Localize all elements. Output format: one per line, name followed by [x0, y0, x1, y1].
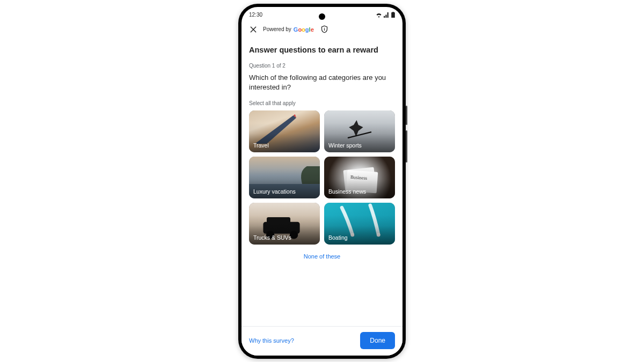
option-card-travel[interactable]: Travel [249, 110, 320, 152]
app-bar: Powered by Google [241, 23, 402, 38]
google-logo: Google [294, 26, 314, 33]
option-label: Travel [253, 142, 269, 149]
status-time: 12:30 [249, 12, 262, 18]
wifi-icon [376, 12, 382, 18]
powered-by-label: Powered by Google [263, 26, 314, 33]
privacy-shield-icon[interactable] [320, 25, 329, 34]
signal-icon [384, 12, 390, 18]
option-label: Luxury vacations [253, 188, 296, 195]
option-label: Business news [328, 188, 366, 195]
phone-screen: 12:30 Powered by Google [241, 7, 402, 356]
option-card-boating[interactable]: Boating [324, 203, 395, 245]
why-this-survey-link[interactable]: Why this survey? [249, 337, 294, 344]
option-card-winter-sports[interactable]: Winter sports [324, 110, 395, 152]
page-title: Answer questions to earn a reward [249, 46, 395, 54]
close-icon[interactable] [249, 25, 258, 34]
option-card-trucks-suvs[interactable]: Trucks & SUVs [249, 203, 320, 245]
option-card-luxury-vacations[interactable]: Luxury vacations [249, 157, 320, 198]
phone-side-button [406, 130, 407, 162]
done-button[interactable]: Done [360, 332, 395, 349]
svg-rect-1 [324, 29, 325, 31]
footer-bar: Why this survey? Done [241, 326, 402, 356]
option-card-business-news[interactable]: Business Business news [324, 157, 395, 198]
option-label: Trucks & SUVs [253, 234, 291, 241]
svg-point-0 [324, 28, 325, 29]
question-text: Which of the following ad categories are… [249, 73, 395, 93]
phone-frame: 12:30 Powered by Google [238, 4, 406, 359]
battery-icon [391, 12, 395, 18]
survey-content: Answer questions to earn a reward Questi… [241, 38, 402, 265]
status-icons [376, 12, 395, 18]
options-grid: Travel Winter sports [249, 110, 395, 245]
question-progress: Question 1 of 2 [249, 63, 395, 69]
front-camera [319, 13, 325, 20]
question-hint: Select all that apply [249, 100, 395, 106]
phone-side-button [406, 106, 407, 125]
option-label: Boating [328, 234, 348, 241]
none-of-these-link[interactable]: None of these [249, 245, 395, 265]
option-label: Winter sports [328, 142, 362, 149]
